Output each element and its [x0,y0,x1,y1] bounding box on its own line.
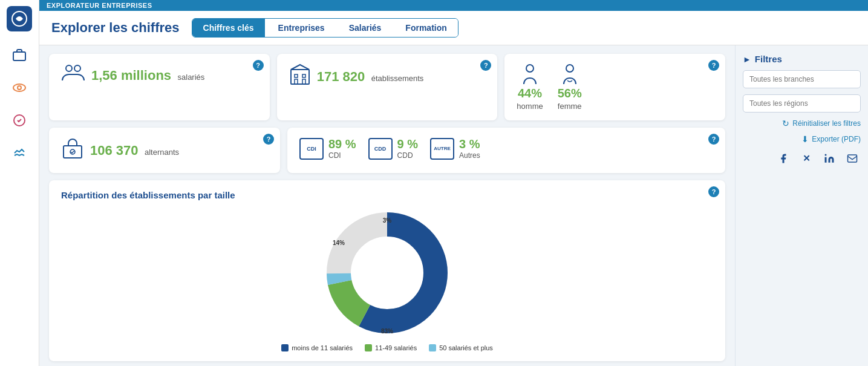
chevron-right-icon: ► [743,54,751,64]
label-83: 83% [381,328,393,335]
svg-point-3 [18,86,21,90]
help-salaries[interactable]: ? [253,60,264,71]
svg-point-5 [66,65,72,71]
svg-point-12 [526,65,534,72]
badge-autres: AUTRE [430,138,454,160]
tab-group: Chiffres clés Entreprises Salariés Forma… [192,18,458,38]
legend-dot-light-blue [429,344,436,351]
svg-point-22 [825,154,827,156]
sidebar-icon-eye[interactable] [7,75,32,100]
content-area: ? 1,56 millions salariés [39,45,868,366]
pct-cdi: 89 % [328,137,356,151]
svg-rect-8 [295,74,298,77]
name-cdi: CDI [328,151,356,160]
chart-title: Répartition des établissements par taill… [61,190,713,200]
contract-autres: AUTRE 3 % Autres [430,137,480,160]
label-femme: femme [558,102,582,111]
svg-rect-23 [848,155,857,162]
svg-point-2 [13,84,25,91]
help-genre[interactable]: ? [708,60,719,71]
value-alternants: 106 370 [90,143,139,158]
icon-salaries [61,64,85,87]
card-genre: ? 44% homme [504,54,725,120]
icon-alternants [61,137,84,163]
export-label: Exporter (PDF) [812,135,861,143]
app-logo[interactable] [7,6,32,31]
email-icon[interactable] [844,150,861,167]
stat-femme: 56% femme [558,64,582,111]
filter-header: ► Filtres [743,54,861,64]
reset-filters-button[interactable]: ↻ Réinitialiser les filtres [743,119,861,128]
svg-rect-9 [302,74,305,77]
name-autres: Autres [459,151,480,160]
reset-label: Réinitialiser les filtres [792,119,861,128]
contract-cdi: CDI 89 % CDI [299,137,356,160]
main-panel: ? 1,56 millions salariés [39,45,735,366]
sidebar-icon-handshake[interactable] [7,140,32,166]
sidebar-icon-briefcase[interactable] [7,42,32,68]
tab-formation[interactable]: Formation [394,19,457,37]
page-title: Explorer les chiffres [51,20,180,36]
legend-dot-green [365,344,372,351]
icon-etablissements [289,64,311,90]
stats-row-2: ? 106 370 alternants [49,128,725,173]
legend-light-blue: 50 salariés et plus [429,344,493,351]
chart-container: 83% 14% 3% moins de 11 salariés 11-49 sa… [61,206,713,351]
legend-label-11-49: 11-49 salariés [375,344,417,351]
stats-row-1: ? 1,56 millions salariés [49,54,725,120]
tab-chiffres-cles[interactable]: Chiffres clés [192,19,265,37]
label-etablissements: établissements [371,74,424,83]
legend-green: 11-49 salariés [365,344,417,351]
name-cdd: CDD [397,151,418,160]
pct-cdd: 9 % [397,137,418,151]
svg-point-13 [566,65,573,72]
help-contrats[interactable]: ? [708,134,719,145]
filter-branch-input[interactable] [743,70,861,88]
stat-homme: 44% homme [517,64,543,111]
legend-dark-blue: moins de 11 salariés [281,344,353,351]
svg-point-20 [354,240,420,306]
twitter-x-icon[interactable]: ✕ [798,150,815,167]
value-homme: 44% [518,87,542,100]
svg-rect-1 [13,52,25,60]
legend-dot-dark-blue [281,344,289,351]
label-salaries: salariés [178,73,205,82]
help-etablissements[interactable]: ? [480,60,491,71]
sidebar [0,0,39,366]
card-salaries: ? 1,56 millions salariés [49,54,270,120]
badge-cdd: CDD [368,138,393,160]
svg-rect-11 [302,79,305,84]
header: Explorer les chiffres Chiffres clés Entr… [39,11,868,45]
value-salaries: 1,56 millions [91,68,171,83]
social-row: ✕ [743,150,861,167]
tab-entreprises[interactable]: Entreprises [267,19,336,37]
label-alternants: alternants [145,148,179,157]
filter-region-input[interactable] [743,94,861,113]
export-button[interactable]: ⬇ Exporter (PDF) [743,134,861,144]
download-icon: ⬇ [801,134,809,144]
main-content: EXPLORATEUR ENTREPRISES Explorer les chi… [39,0,868,366]
chart-section: ? Répartition des établissements par tai… [49,180,725,361]
svg-rect-7 [291,70,309,84]
topbar-label: EXPLORATEUR ENTREPRISES [47,2,152,9]
help-alternants[interactable]: ? [263,134,274,145]
help-chart[interactable]: ? [708,186,719,197]
svg-point-6 [74,65,80,71]
side-panel: ► Filtres ↻ Réinitialiser les filtres ⬇ … [735,45,868,366]
contract-cdd: CDD 9 % CDD [368,137,418,160]
reset-icon: ↻ [782,119,789,128]
linkedin-icon[interactable] [821,150,838,167]
value-etablissements: 171 820 [317,69,365,84]
tab-salaries[interactable]: Salariés [338,19,393,37]
label-homme: homme [517,102,543,111]
card-alternants: ? 106 370 alternants [49,128,280,173]
badge-cdi: CDI [299,138,324,160]
sidebar-icon-badge[interactable] [7,108,32,133]
svg-rect-10 [295,79,298,84]
filter-title: Filtres [755,54,782,64]
svg-rect-21 [825,157,827,163]
card-etablissements: ? 17 [277,54,498,120]
facebook-icon[interactable] [775,150,792,167]
label-3: 3% [383,217,391,224]
label-14: 14% [333,240,345,246]
